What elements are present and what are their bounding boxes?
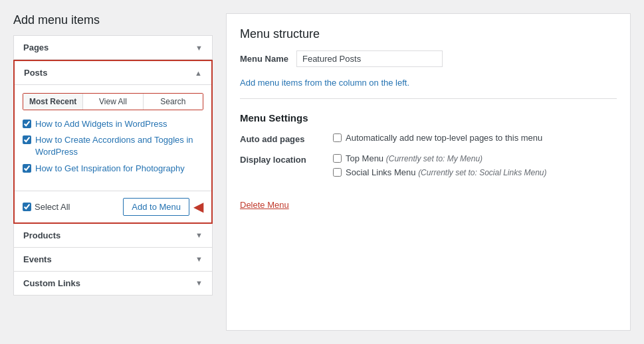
custom-links-chevron-icon: ▼: [195, 279, 203, 287]
pages-accordion-label: Pages: [23, 43, 49, 52]
post-3-checkbox[interactable]: [23, 164, 31, 173]
display-location-label: Display location: [240, 153, 333, 165]
right-panel: Menu structure Menu Name Add menu items …: [226, 13, 631, 331]
products-chevron-icon: ▼: [195, 231, 203, 239]
posts-accordion: Posts ▲ Most Recent View All Search How …: [13, 60, 213, 224]
top-menu-label[interactable]: Top Menu (Currently set to: My Menu): [346, 153, 483, 163]
menu-settings-title: Menu Settings: [240, 112, 617, 124]
menu-name-input[interactable]: [296, 50, 443, 67]
custom-links-accordion: Custom Links ▼: [13, 272, 213, 296]
products-accordion-header[interactable]: Products ▼: [14, 224, 212, 247]
social-links-checkbox[interactable]: [333, 168, 342, 177]
events-accordion: Events ▼: [13, 248, 213, 272]
social-links-label[interactable]: Social Links Menu (Currently set to: Soc…: [346, 167, 547, 177]
list-item: How to Add Widgets in WordPress: [23, 118, 203, 130]
menu-settings: Menu Settings Auto add pages Automatical…: [240, 112, 617, 177]
pages-accordion: Pages ▼: [13, 35, 213, 60]
post-2-checkbox[interactable]: [23, 135, 31, 144]
add-to-menu-button[interactable]: Add to Menu: [123, 198, 189, 216]
select-all-checkbox[interactable]: [23, 203, 31, 211]
tab-most-recent[interactable]: Most Recent: [23, 94, 83, 110]
post-2-label[interactable]: How to Create Accordions and Toggles in …: [35, 134, 203, 158]
auto-add-options: Automatically add new top-level pages to…: [333, 133, 542, 143]
posts-accordion-body: Most Recent View All Search How to Add W…: [15, 84, 211, 191]
post-1-checkbox[interactable]: [23, 120, 31, 128]
auto-add-label: Auto add pages: [240, 133, 333, 144]
auto-add-checkbox[interactable]: [333, 133, 342, 142]
display-location-row: Display location Top Menu (Currently set…: [240, 153, 617, 177]
menu-name-label: Menu Name: [240, 54, 288, 64]
pages-accordion-header[interactable]: Pages ▼: [14, 36, 212, 59]
posts-accordion-header[interactable]: Posts ▲: [15, 61, 211, 84]
list-item: How to Create Accordions and Toggles in …: [23, 134, 203, 158]
social-links-row: Social Links Menu (Currently set to: Soc…: [333, 167, 547, 177]
right-panel-title: Menu structure: [240, 27, 617, 41]
posts-chevron-icon: ▲: [195, 69, 202, 77]
tab-view-all[interactable]: View All: [83, 94, 143, 110]
menu-name-row: Menu Name: [240, 50, 617, 67]
select-all-label[interactable]: Select All: [23, 202, 70, 212]
pages-chevron-icon: ▼: [195, 44, 203, 52]
posts-accordion-footer: Select All Add to Menu ◀: [15, 191, 211, 222]
post-3-label[interactable]: How to Get Inspiration for Photography: [35, 163, 185, 175]
top-menu-row: Top Menu (Currently set to: My Menu): [333, 153, 547, 163]
post-list: How to Add Widgets in WordPress How to C…: [23, 118, 203, 175]
posts-tabs: Most Recent View All Search: [23, 93, 203, 110]
custom-links-accordion-label: Custom Links: [23, 278, 80, 288]
tab-search[interactable]: Search: [144, 94, 203, 110]
location-options: Top Menu (Currently set to: My Menu) Soc…: [333, 153, 547, 177]
events-chevron-icon: ▼: [195, 255, 203, 263]
posts-accordion-label: Posts: [24, 68, 47, 78]
products-accordion: Products ▼: [13, 224, 213, 248]
top-menu-checkbox[interactable]: [333, 154, 342, 163]
left-panel: Add menu items Pages ▼ Posts ▲ Most Rece…: [13, 13, 213, 331]
events-accordion-label: Events: [23, 254, 52, 264]
left-panel-title: Add menu items: [13, 13, 213, 27]
auto-add-checkbox-row: Automatically add new top-level pages to…: [333, 133, 542, 143]
post-1-label[interactable]: How to Add Widgets in WordPress: [35, 118, 167, 130]
events-accordion-header[interactable]: Events ▼: [14, 248, 212, 271]
arrow-icon: ◀: [193, 199, 203, 215]
delete-menu-link[interactable]: Delete Menu: [240, 200, 289, 210]
menu-hint: Add menu items from the column on the le…: [240, 78, 617, 99]
products-accordion-label: Products: [23, 230, 60, 240]
list-item: How to Get Inspiration for Photography: [23, 163, 203, 175]
custom-links-accordion-header[interactable]: Custom Links ▼: [14, 272, 212, 295]
footer-actions: Add to Menu ◀: [123, 198, 203, 216]
auto-add-option-label[interactable]: Automatically add new top-level pages to…: [346, 133, 542, 143]
auto-add-row: Auto add pages Automatically add new top…: [240, 133, 617, 144]
